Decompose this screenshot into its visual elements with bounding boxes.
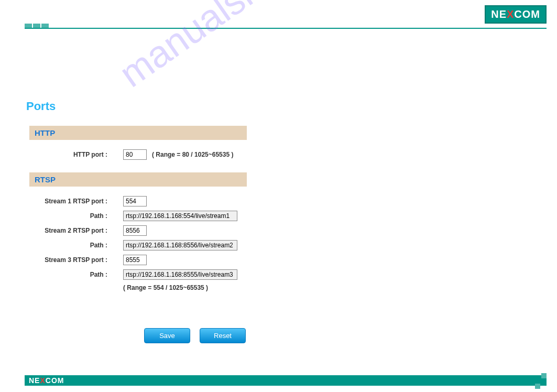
http-section-header: HTTP: [29, 126, 247, 140]
brand-x: X: [507, 8, 514, 20]
http-port-label: HTTP port :: [31, 151, 123, 158]
stream3-path-label: Path :: [31, 271, 123, 278]
rtsp-range-hint: ( Range = 554 / 1025~65535 ): [123, 284, 531, 291]
button-row: Save Reset: [144, 328, 531, 343]
http-port-hint: ( Range = 80 / 1025~65535 ): [152, 151, 233, 158]
brand-text-1: NE: [491, 8, 507, 20]
brand-text-2: COM: [514, 8, 540, 20]
stream1-port-row: Stream 1 RTSP port :: [31, 196, 531, 206]
page-header: NEXCOM: [0, 0, 557, 26]
stream3-port-row: Stream 3 RTSP port :: [31, 255, 531, 265]
save-button[interactable]: Save: [144, 328, 190, 343]
footer-brand-text-2: COM: [46, 376, 64, 385]
stream1-path-row: Path :: [31, 211, 531, 221]
stream2-path-label: Path :: [31, 242, 123, 249]
content-area: Ports HTTP HTTP port : ( Range = 80 / 10…: [0, 26, 557, 343]
stream2-path-input[interactable]: [123, 240, 237, 251]
page-footer: NEXCOM: [25, 375, 547, 386]
rtsp-section-header: RTSP: [29, 172, 247, 187]
footer-brand-logo: NEXCOM: [29, 376, 64, 385]
stream2-port-label: Stream 2 RTSP port :: [31, 227, 123, 234]
stream2-port-row: Stream 2 RTSP port :: [31, 225, 531, 236]
stream3-port-label: Stream 3 RTSP port :: [31, 256, 123, 264]
stream1-port-label: Stream 1 RTSP port :: [31, 198, 123, 205]
http-port-input[interactable]: [123, 149, 147, 160]
footer-brand-x: X: [40, 376, 45, 385]
stream1-port-input[interactable]: [123, 196, 147, 206]
stream3-path-input[interactable]: [123, 269, 237, 280]
brand-logo: NEXCOM: [485, 5, 547, 24]
stream1-path-label: Path :: [31, 212, 123, 220]
reset-button[interactable]: Reset: [200, 328, 246, 343]
footer-brand-text-1: NE: [29, 376, 40, 385]
stream3-path-row: Path :: [31, 269, 531, 280]
stream2-port-input[interactable]: [123, 225, 147, 236]
http-port-row: HTTP port : ( Range = 80 / 1025~65535 ): [31, 149, 531, 160]
stream2-path-row: Path :: [31, 240, 531, 251]
stream3-port-input[interactable]: [123, 255, 147, 265]
footer-accent-2: [535, 384, 540, 389]
stream1-path-input[interactable]: [123, 211, 237, 221]
page-title: Ports: [26, 100, 531, 113]
footer-accent-1: [541, 373, 547, 378]
